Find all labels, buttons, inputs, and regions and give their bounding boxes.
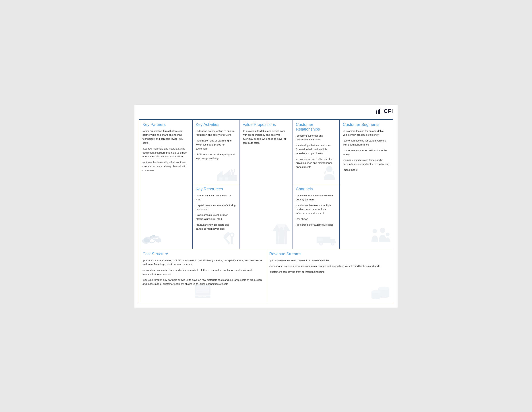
page-wrapper: CFI Key Partners -other automotive firms… (134, 105, 398, 308)
svg-rect-2 (379, 109, 380, 114)
key-activities-content: -extensive safety testing to ensure repu… (196, 129, 236, 161)
key-partners-cell: Key Partners -other automotive firms tha… (139, 120, 193, 249)
channels-part: Channels -global distribution channels w… (293, 184, 340, 249)
handshake-icon (142, 231, 164, 246)
channels-item-3: -car shows (296, 217, 336, 221)
bmc-canvas: Key Partners -other automotive firms tha… (139, 119, 393, 303)
factory-icon (217, 167, 237, 182)
logo-text: CFI (384, 108, 393, 114)
key-partners-item-1: -other automotive firms that we can part… (142, 129, 189, 145)
customer-seg-item-1: -customers looking for an affordable veh… (343, 129, 390, 137)
svg-point-47 (371, 290, 380, 293)
key-resources-item-3: -raw materials (steel, rubber, plastic, … (196, 213, 236, 221)
key-resources-content: -human capital in engineers for R&D -cap… (196, 194, 236, 231)
svg-rect-1 (378, 110, 379, 114)
svg-rect-32 (198, 296, 201, 297)
svg-rect-11 (232, 170, 233, 172)
key-resources-item-4: -trade/car show timeslots and panels to … (196, 223, 236, 231)
channels-item-1: -global distribution channels with our k… (296, 194, 336, 202)
key-resources-part: Key Resources -human capital in engineer… (193, 184, 239, 249)
svg-rect-7 (229, 172, 231, 175)
key-activities-item-3: -R&D to increase drive quality and impro… (196, 153, 236, 161)
channels-item-4: -dealerships for automotive sales (296, 223, 336, 227)
row-main: Key Partners -other automotive firms tha… (139, 120, 393, 249)
revenue-streams-title: Revenue Streams (269, 252, 390, 256)
revenue-item-2: -secondary revenue streams include maint… (269, 264, 390, 268)
channels-content: -global distribution channels with our k… (296, 194, 336, 227)
cost-structure-content: -primary costs are relating to R&D to in… (142, 259, 263, 286)
key-activities-item-2: -automation and streamlining to lower co… (196, 139, 236, 151)
logo: CFI (376, 108, 393, 114)
revenue-item-3: -customers can pay up-front or through f… (269, 270, 390, 274)
customer-segments-cell: Customer Segments -customers looking for… (340, 120, 393, 249)
cost-structure-title: Cost Structure (142, 252, 263, 256)
cost-item-2: -secondary costs arise from marketing on… (142, 268, 263, 276)
key-partners-content: -other automotive firms that we can part… (142, 129, 189, 173)
key-resources-title: Key Resources (196, 187, 236, 191)
svg-point-17 (230, 233, 234, 236)
revenue-streams-cell: Revenue Streams -primary revenue stream … (266, 249, 393, 303)
svg-point-26 (373, 229, 377, 233)
value-propositions-cell: Value Propositions To provide affordable… (239, 120, 293, 249)
key-activities-part: Key Activities -extensive safety testing… (193, 120, 239, 184)
svg-rect-21 (318, 238, 323, 241)
customer-rel-item-2: -dealerships that are customer-focused t… (296, 144, 336, 155)
key-partners-title: Key Partners (142, 122, 189, 127)
register-icon (194, 284, 212, 299)
key-activities-item-1: -extensive safety testing to ensure repu… (196, 129, 236, 137)
suit-icon (273, 224, 290, 245)
customer-seg-item-5: -mass market (343, 168, 390, 172)
channels-title: Channels (296, 187, 336, 191)
svg-point-41 (378, 286, 389, 290)
svg-rect-34 (197, 289, 208, 290)
customer-relationships-part: Customer Relationships -excellent custom… (293, 120, 340, 184)
customer-seg-item-4: -primarily middle-class families who nee… (343, 158, 390, 166)
svg-point-27 (380, 228, 385, 233)
revenue-item-1: -primary revenue stream comes from sale … (269, 259, 390, 263)
svg-rect-16 (223, 236, 230, 244)
svg-marker-6 (223, 171, 229, 175)
value-propositions-content: To provide affordable and stylish cars w… (243, 129, 289, 145)
row-bottom: Cost Structure -primary costs are relati… (139, 249, 393, 303)
customer-service-icon (322, 165, 337, 182)
svg-marker-5 (217, 171, 223, 175)
customer-rel-item-1: -excellent customer and maintenance serv… (296, 134, 336, 142)
cost-structure-cell: Cost Structure -primary costs are relati… (139, 249, 266, 303)
svg-rect-35 (197, 291, 203, 292)
customer-relationships-content: -excellent customer and maintenance serv… (296, 134, 336, 169)
tools-icon (217, 232, 237, 246)
customer-segments-title: Customer Segments (343, 122, 390, 127)
customer-seg-item-2: -customers looking for stylish vehicles … (343, 139, 390, 147)
customer-relationships-title: Customer Relationships (296, 122, 336, 132)
svg-point-23 (320, 243, 322, 245)
svg-point-28 (386, 233, 390, 236)
svg-rect-12 (234, 169, 235, 172)
delivery-icon (317, 232, 337, 246)
revenue-streams-content: -primary revenue stream comes from sale … (269, 259, 390, 274)
coins-icon (370, 284, 390, 300)
svg-point-19 (326, 166, 332, 172)
channels-item-2: -paid advertisement on multiple media ch… (296, 204, 336, 215)
family-icon (370, 228, 390, 246)
svg-rect-18 (231, 236, 233, 244)
value-propositions-item-1: To provide affordable and stylish cars w… (243, 129, 289, 145)
svg-rect-8 (232, 172, 234, 175)
key-resources-item-1: -human capital in engineers for R&D (196, 194, 236, 202)
key-activities-title: Key Activities (196, 122, 236, 127)
customer-seg-item-3: -customers concerned with automobile saf… (343, 149, 390, 157)
svg-rect-9 (229, 170, 230, 172)
value-propositions-title: Value Propositions (243, 122, 289, 127)
svg-rect-0 (376, 110, 377, 114)
svg-rect-33 (203, 296, 206, 297)
key-resources-item-2: -capital resources in manufacturing equi… (196, 204, 236, 212)
customer-rel-channels-cell: Customer Relationships -excellent custom… (293, 120, 340, 249)
activities-resources-cell: Key Activities -extensive safety testing… (193, 120, 240, 249)
svg-rect-10 (231, 169, 232, 172)
svg-rect-14 (225, 177, 228, 181)
logo-bars (376, 108, 383, 113)
customer-segments-content: -customers looking for an affordable veh… (343, 129, 390, 172)
svg-point-25 (332, 243, 333, 245)
svg-rect-13 (219, 177, 223, 181)
cost-item-1: -primary costs are relating to R&D to in… (142, 259, 263, 267)
key-partners-item-2: -key raw materials and manufacturing equ… (142, 147, 189, 159)
